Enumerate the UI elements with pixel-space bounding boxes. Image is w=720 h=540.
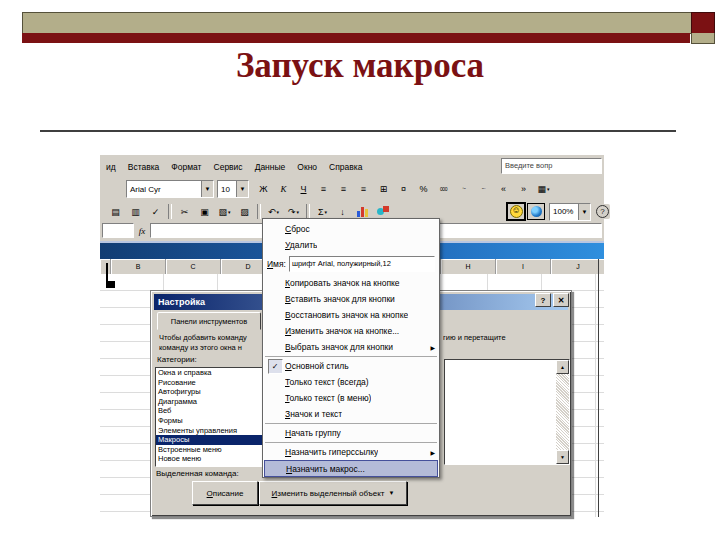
close-icon[interactable]: ✕: [553, 293, 569, 307]
align-left-icon[interactable]: ≡: [314, 180, 333, 198]
tab-toolbars[interactable]: Панели инструментов: [157, 312, 261, 330]
menu-item-17[interactable]: Назначить гиперссылку▶: [263, 444, 439, 460]
print-icon[interactable]: ▤: [106, 203, 125, 221]
thousands-icon[interactable]: 000: [434, 180, 453, 198]
font-size-combo[interactable]: 10 ▼: [217, 180, 249, 198]
menu-item-12[interactable]: Только текст (в меню): [263, 390, 439, 406]
zoom-combo[interactable]: 100%▼: [549, 203, 591, 221]
menu-item-6[interactable]: Восстановить значок на кнопке: [263, 307, 439, 323]
decrease-indent-icon[interactable]: «: [494, 180, 513, 198]
percent-icon[interactable]: %: [414, 180, 433, 198]
menubar-item-Вставка[interactable]: Вставка: [122, 160, 166, 174]
align-right-icon: ≡: [361, 184, 366, 194]
help-icon[interactable]: ?: [595, 204, 610, 219]
menu-item-1[interactable]: Сброс: [263, 221, 439, 237]
chevron-down-icon[interactable]: ▼: [236, 181, 248, 197]
scrollbar[interactable]: ▲ ▼: [556, 360, 569, 464]
category-item-2[interactable]: Рисование: [156, 378, 270, 388]
cut-icon[interactable]: ✂: [175, 203, 194, 221]
bold-icon[interactable]: Ж: [254, 180, 273, 198]
chevron-down-icon[interactable]: ▾: [228, 209, 231, 215]
column-header-J[interactable]: J: [551, 259, 604, 274]
align-right-icon[interactable]: ≡: [354, 180, 373, 198]
increase-decimal-icon: ⁺⁰: [462, 186, 466, 192]
menu-item-15[interactable]: Начать группу: [263, 425, 439, 441]
menubar-item-ид[interactable]: ид: [100, 160, 122, 174]
scroll-down-icon[interactable]: ▼: [556, 450, 569, 464]
menu-item-11[interactable]: Только текст (всегда): [263, 374, 439, 390]
italic-icon[interactable]: К: [274, 180, 293, 198]
underline-icon[interactable]: Ч: [294, 180, 313, 198]
menu-item-5[interactable]: Вставить значок для кнопки: [263, 291, 439, 307]
copy-icon: ▣: [200, 207, 209, 217]
button-name-input[interactable]: шрифт Arial, полужирный,12: [289, 256, 435, 272]
chevron-down-icon[interactable]: ▾: [547, 186, 550, 192]
align-center-icon[interactable]: ≡: [334, 180, 353, 198]
paste-icon[interactable]: ▧▾: [215, 203, 234, 221]
commands-listbox[interactable]: ▲ ▼: [444, 359, 570, 465]
custom-smiley-button[interactable]: ☺: [506, 202, 526, 221]
font-name-value: Arial Cyr: [127, 185, 201, 194]
borders-icon[interactable]: ▦▾: [534, 180, 553, 198]
column-header-H[interactable]: H: [441, 259, 496, 274]
category-item-6[interactable]: Формы: [156, 416, 270, 426]
menu-item-label: Изменить значок на кнопке...: [285, 326, 399, 336]
cell-fill-handle[interactable]: [106, 281, 115, 288]
description-button[interactable]: Описание: [192, 481, 258, 505]
column-header-B[interactable]: B: [111, 259, 166, 274]
menu-item-name[interactable]: Имя:шрифт Arial, полужирный,12: [263, 253, 439, 275]
category-item-10[interactable]: Новое меню: [156, 454, 270, 464]
description-button-label: Описание: [207, 489, 244, 498]
spelling-icon[interactable]: ✓: [146, 203, 165, 221]
menu-item-4[interactable]: Копировать значок на кнопке: [263, 275, 439, 291]
cell-name-box[interactable]: [102, 223, 134, 238]
menubar-item-Окно[interactable]: Окно: [291, 160, 323, 174]
font-size-value: 10: [218, 185, 236, 194]
currency-icon[interactable]: ¤: [394, 180, 413, 198]
italic-icon: К: [281, 184, 287, 194]
menu-item-13[interactable]: Значок и текст: [263, 406, 439, 422]
submenu-arrow-icon: ▶: [430, 449, 435, 456]
category-item-1[interactable]: Окна и справка: [156, 368, 270, 378]
cut-icon: ✂: [181, 207, 189, 217]
chevron-down-icon[interactable]: ▼: [201, 181, 213, 197]
insert-function-icon[interactable]: fx: [134, 226, 150, 236]
category-item-4[interactable]: Диаграмма: [156, 397, 270, 407]
category-item-9[interactable]: Встроенные меню: [156, 445, 270, 455]
chevron-down-icon[interactable]: ▼: [578, 204, 590, 220]
category-item-8[interactable]: Макросы: [156, 435, 270, 445]
font-name-combo[interactable]: Arial Cyr ▼: [126, 180, 214, 198]
column-header-I[interactable]: I: [496, 259, 551, 274]
menu-item-8[interactable]: Выбрать значок для кнопки▶: [263, 339, 439, 355]
menu-item-2[interactable]: Удалить: [263, 237, 439, 253]
increase-indent-icon[interactable]: »: [514, 180, 533, 198]
modify-selection-button[interactable]: Изменить выделенный объект ▼: [259, 481, 407, 505]
merge-center-icon: ⊞: [380, 184, 388, 194]
menu-item-10[interactable]: ✓Основной стиль: [263, 358, 439, 374]
help-icon[interactable]: ?: [535, 293, 551, 307]
chevron-down-icon[interactable]: ▾: [297, 209, 300, 215]
categories-listbox[interactable]: Окна и справкаРисованиеАвтофигурыДиаграм…: [155, 367, 271, 467]
category-item-7[interactable]: Элементы управления: [156, 426, 270, 436]
menubar-item-Сервис[interactable]: Сервис: [208, 160, 249, 174]
copy-icon[interactable]: ▣: [195, 203, 214, 221]
merge-center-icon[interactable]: ⊞: [374, 180, 393, 198]
decrease-decimal-icon[interactable]: ⁰⁻: [474, 180, 493, 198]
ask-question-box[interactable]: Введите вопр: [501, 158, 602, 174]
format-painter-icon[interactable]: ▨: [235, 203, 254, 221]
scroll-up-icon[interactable]: ▲: [556, 360, 569, 374]
menubar-item-Данные[interactable]: Данные: [249, 160, 292, 174]
category-item-3[interactable]: Автофигуры: [156, 387, 270, 397]
custom-globe-button[interactable]: [527, 203, 545, 220]
menubar-item-Формат[interactable]: Формат: [165, 160, 207, 174]
menu-item-7[interactable]: Изменить значок на кнопке...: [263, 323, 439, 339]
increase-decimal-icon[interactable]: ⁺⁰: [454, 180, 473, 198]
category-item-5[interactable]: Веб: [156, 406, 270, 416]
menu-item-18[interactable]: Назначить макрос...: [264, 460, 438, 477]
menubar-item-Справка[interactable]: Справка: [323, 160, 368, 174]
print-preview-icon[interactable]: ▥: [126, 203, 145, 221]
chevron-down-icon[interactable]: ▾: [277, 209, 280, 215]
column-header-C[interactable]: C: [166, 259, 221, 274]
chevron-down-icon[interactable]: ▾: [325, 209, 328, 215]
excel-screenshot: идВставкаФорматСервисДанныеОкноСправка В…: [100, 155, 604, 517]
